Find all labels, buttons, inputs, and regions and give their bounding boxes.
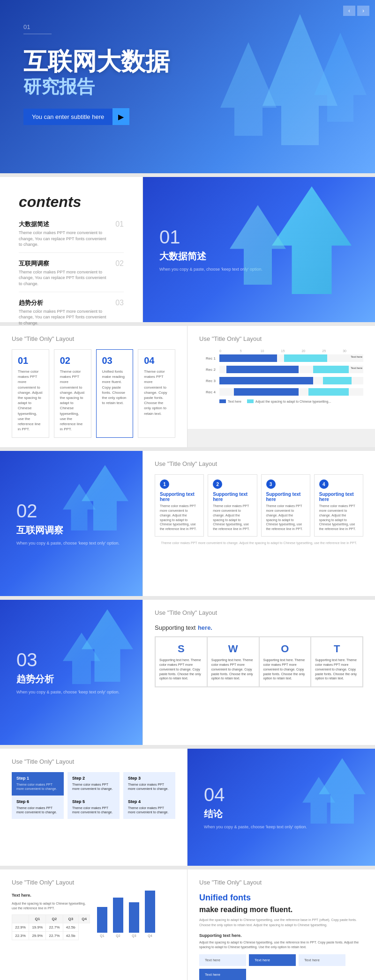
gantt-axis-label: 10 — [261, 349, 281, 353]
support-cards: 1 Supporting text here Theme color makes… — [155, 474, 363, 537]
contents-item: 互联网调察 Theme color makes PPT more conveni… — [19, 259, 124, 292]
contents-item: 大数据简述 Theme color makes PPT more conveni… — [19, 220, 124, 253]
step-label: Step 4 — [128, 799, 171, 804]
table-cell: 22.3% — [12, 931, 29, 940]
step-label: Step 6 — [16, 799, 59, 804]
bar-chart-section: Q1 Q2 Q3 Q4 — [97, 893, 175, 940]
cards-panel: Use "Title Only" Layout 1 Supporting tex… — [143, 451, 375, 596]
step-label: Step 2 — [72, 776, 115, 781]
table-cell: 42.5b — [63, 931, 78, 940]
barchart-panel: Use "Title Only" Layout Text here. Adjus… — [0, 869, 188, 980]
section1-slide: 01 大数据简述 When you copy & paste, choose '… — [143, 177, 375, 322]
steps-slide: Use "Title Only" Layout Step 1Theme colo… — [0, 749, 187, 866]
cards-layout-title: Use "Title Only" Layout — [155, 460, 363, 467]
gantt-axis-label: 15 — [281, 349, 302, 353]
step-box: Step 2Theme color makes PPT more conveni… — [68, 772, 120, 796]
support-card: 3 Supporting text here Theme color makes… — [261, 474, 310, 537]
swot-slide: Use "Title Only" Layout Supporting text … — [143, 600, 375, 745]
gantt-panel: Use "Title Only" Layout 051015202530 Rec… — [188, 326, 375, 447]
gantt-bar-container: Text here — [219, 354, 363, 362]
table-header: Q1 — [29, 914, 46, 923]
table-row: 22.3%29.9%22.7%42.5b — [12, 931, 90, 940]
box-num: 01 — [18, 355, 43, 366]
gantt-row: Rec 1 Text here — [199, 354, 363, 362]
arrow-right — [314, 33, 375, 122]
swot-layout-title: Use "Title Only" Layout — [155, 609, 363, 616]
step-label: Step 1 — [16, 776, 59, 781]
gantt-slide: Use "Title Only" Layout 051015202530 Rec… — [188, 326, 375, 429]
gantt-bar-secondary — [313, 366, 349, 373]
swot-intro: Supporting text here. — [155, 623, 363, 632]
swot-letter: S — [159, 643, 203, 655]
gantt-bar-primary — [234, 388, 299, 396]
section3-slide: 03 趋势分析 When you copy & paste, choose 'k… — [0, 600, 142, 745]
table-row: 22.9%19.9%22.7%42.5b — [12, 923, 90, 931]
gantt-bar-container — [219, 377, 363, 384]
text-box: Text here — [299, 954, 345, 966]
table-section: Text here. Adjust the spacing to adapt t… — [12, 893, 90, 940]
contents-slide: contents 大数据简述 Theme color makes PPT mor… — [0, 177, 142, 322]
box-num: 02 — [60, 355, 85, 366]
text-boxes-row: Text hereText hereText hereText here — [199, 954, 363, 980]
gantt-axis-label: 30 — [343, 349, 363, 353]
text-box: Text here — [199, 969, 246, 980]
hero-decoration — [188, 5, 375, 173]
gantt-row-label: Rec 3 — [199, 379, 216, 383]
step-row-2: Step 6Theme color makes PPT more conveni… — [12, 796, 175, 819]
subtitle-input[interactable]: You can enter subtitle here — [23, 109, 112, 125]
row-steps-section4: Use "Title Only" Layout Step 1Theme colo… — [0, 749, 375, 866]
table-header — [12, 914, 29, 923]
card-text: Theme color makes PPT more convenient to… — [213, 504, 252, 531]
swot-letter: T — [315, 643, 359, 655]
boxes-panel: Use "Title Only" Layout 01 Theme color m… — [0, 326, 188, 447]
step-box: Step 1Theme color makes PPT more conveni… — [12, 772, 64, 796]
gantt-axis-label: 20 — [301, 349, 322, 353]
gantt-row: Rec 4 — [199, 388, 363, 396]
unified-layout-title: Use "Title Only" Layout — [199, 879, 363, 886]
unified-panel: Use "Title Only" Layout Unified fonts ma… — [188, 869, 375, 980]
row-section2-cards: 02 互联网调察 When you copy & paste, choose '… — [0, 451, 375, 596]
gantt-row: Rec 2 Text here — [199, 366, 363, 373]
boxes-4-grid: 01 Theme color makes PPT more convenient… — [12, 349, 175, 438]
card-num: 4 — [319, 479, 329, 489]
ci-name: 互联网调察 — [19, 259, 110, 268]
bar-label: Q3 — [132, 934, 136, 937]
ci-name: 趋势分析 — [19, 299, 110, 307]
gantt-axis-label: 25 — [322, 349, 343, 353]
text-box: Text here — [249, 954, 296, 966]
swot-cell: W Supporting text here. Theme color make… — [207, 637, 259, 687]
box-num: 04 — [144, 355, 169, 366]
step-box: Step 3Theme color makes PPT more conveni… — [123, 772, 175, 796]
ci-name: 大数据简述 — [19, 220, 110, 228]
bar — [129, 902, 139, 933]
ci-num: 03 — [110, 299, 124, 307]
barchart-content: Text here. Adjust the spacing to adapt t… — [12, 893, 175, 940]
gantt-bar-primary — [219, 377, 313, 384]
play-button[interactable]: ▶ — [112, 108, 129, 125]
ci-num: 02 — [110, 259, 124, 268]
gantt-bar-primary — [219, 354, 277, 362]
box-text: Theme color makes PPT more convenient to… — [144, 369, 169, 416]
barchart-layout-title: Use "Title Only" Layout — [12, 879, 175, 886]
gantt-row: Rec 3 — [199, 377, 363, 384]
box-item: 04 Theme color makes PPT more convenient… — [138, 349, 175, 438]
gantt-row-label: Rec 1 — [199, 356, 216, 361]
step-label: Step 5 — [72, 799, 115, 804]
steps-layout-title: Use "Title Only" Layout — [12, 758, 175, 765]
card-title: Supporting text here — [319, 492, 358, 502]
row-section3-swot: 03 趋势分析 When you copy & paste, choose 'k… — [0, 600, 375, 745]
bar-col: Q1 — [97, 907, 107, 937]
ci-num: 01 — [110, 220, 124, 228]
section2-panel: 02 互联网调察 When you copy & paste, choose '… — [0, 451, 143, 596]
legend-color — [247, 399, 254, 403]
bar — [145, 891, 155, 933]
table-header: Q2 — [46, 914, 63, 923]
step-text: Theme color makes PPT more convenient to… — [128, 782, 171, 791]
bar-chart: Q1 Q2 Q3 Q4 — [97, 893, 175, 940]
table-cell: 42.5b — [63, 923, 78, 931]
bar-col: Q2 — [113, 898, 123, 937]
boxes-slide: Use "Title Only" Layout 01 Theme color m… — [0, 326, 187, 447]
section4-slide: 04 结论 When you copy & paste, choose 'kee… — [188, 749, 375, 866]
box-text: Theme color makes PPT more convenient to… — [18, 369, 43, 432]
box-item: 02 Theme color makes PPT more convenient… — [54, 349, 91, 438]
